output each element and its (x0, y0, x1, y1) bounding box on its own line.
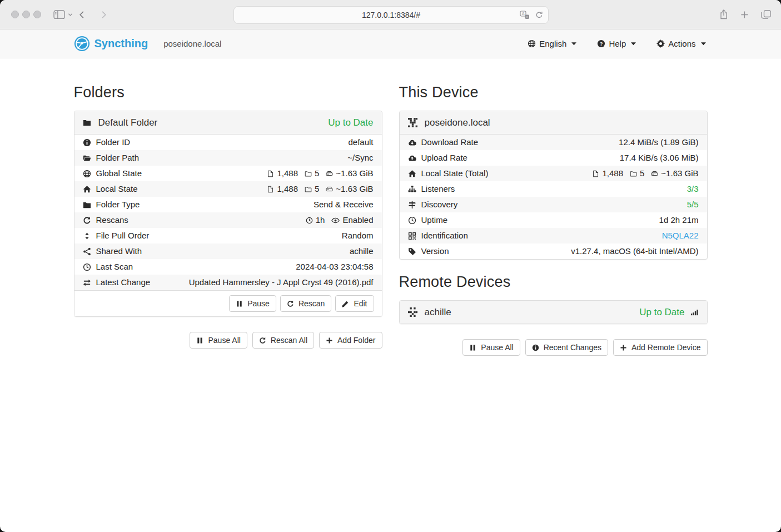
app-navbar: Syncthing poseidone.local English ? Help… (0, 29, 781, 58)
remote-device-name: achille (425, 307, 451, 318)
table-row: Global State 1,488 5 ~1.63 GiB (74, 166, 382, 181)
globe-icon (83, 170, 91, 178)
table-row: Local State (Total) 1,488 5 ~1.63 GiB (400, 166, 707, 181)
eye-icon (331, 216, 340, 225)
plus-icon (620, 344, 627, 351)
caret-down-icon (570, 39, 578, 48)
forward-button[interactable] (100, 11, 108, 19)
tag-icon (408, 247, 416, 256)
this-device-name: poseidone.local (425, 117, 490, 128)
share-icon[interactable] (719, 9, 728, 19)
devices-column: This Device poseidone.local Download Rat… (399, 84, 708, 356)
menu-language[interactable]: English (528, 39, 578, 48)
qr-code-icon (408, 232, 416, 240)
this-device-panel-header[interactable]: poseidone.local (400, 111, 707, 135)
rescan-all-button[interactable]: Rescan All (252, 332, 314, 349)
this-device-table: Download Rate 12.4 MiB/s (1.89 GiB) Uplo… (400, 135, 707, 259)
add-folder-button[interactable]: Add Folder (319, 332, 382, 349)
sort-icon (83, 232, 91, 240)
info-circle-icon (83, 138, 91, 147)
folder-open-icon (83, 154, 91, 162)
folders-column: Folders Default Folder Up to Date Folder… (74, 84, 382, 356)
tab-overview-icon[interactable] (761, 10, 771, 19)
globe-icon (528, 39, 536, 48)
table-row: Last Scan 2024-04-03 23:04:58 (74, 259, 382, 275)
folder-outline-icon (305, 170, 312, 177)
clock-icon (83, 263, 91, 271)
new-tab-icon[interactable] (740, 11, 749, 19)
table-row: Download Rate 12.4 MiB/s (1.89 GiB) (400, 135, 707, 150)
remote-device-panel-header[interactable]: achille Up to Date (400, 301, 707, 324)
pause-button[interactable]: Pause (229, 295, 276, 312)
refresh-icon (259, 337, 266, 344)
reload-icon[interactable] (535, 11, 543, 19)
folder-details-table: Folder ID default Folder Path ~/Sync Glo… (74, 135, 382, 290)
remote-actions-row: Pause All Recent Changes Add Remote Devi… (399, 339, 708, 356)
hdd-icon (326, 186, 333, 193)
folders-heading: Folders (74, 84, 382, 101)
close-window-button[interactable] (11, 11, 19, 18)
share-alt-icon (83, 247, 91, 256)
translate-icon[interactable]: Ax (520, 11, 530, 19)
table-row: Latest Change Updated Hammersley - J App… (74, 275, 382, 290)
menu-actions[interactable]: Actions (656, 39, 707, 48)
table-row: Version v1.27.4, macOS (64-bit Intel/AMD… (400, 243, 707, 259)
traffic-lights (11, 11, 41, 18)
signal-bars-icon (690, 308, 699, 316)
this-device-panel: poseidone.local Download Rate 12.4 MiB/s… (399, 111, 708, 260)
remote-device-panel: achille Up to Date (399, 300, 708, 324)
svg-text:x: x (526, 15, 528, 18)
question-circle-icon: ? (597, 39, 605, 48)
syncthing-brand[interactable]: Syncthing (74, 36, 148, 52)
folder-name: Default Folder (98, 117, 158, 128)
pause-all-devices-button[interactable]: Pause All (462, 339, 520, 356)
hdd-icon (651, 170, 658, 177)
svg-text:?: ? (600, 41, 603, 47)
file-icon (267, 186, 274, 193)
edit-button[interactable]: Edit (335, 295, 374, 312)
table-row: Local State 1,488 5 ~1.63 GiB (74, 181, 382, 197)
menu-help[interactable]: ? Help (597, 39, 638, 48)
table-row: Folder ID default (74, 135, 382, 150)
home-icon (83, 185, 91, 193)
cloud-download-icon (408, 138, 416, 147)
refresh-icon (287, 300, 294, 307)
pencil-icon (342, 300, 349, 307)
chevron-down-icon[interactable] (67, 12, 73, 18)
address-bar[interactable]: 127.0.0.1:8384/# Ax (233, 6, 549, 24)
minimize-window-button[interactable] (22, 11, 30, 18)
file-icon (592, 170, 599, 177)
pause-icon (469, 344, 476, 351)
device-id-link[interactable]: N5QLA22 (662, 230, 699, 241)
table-row: Upload Rate 17.4 KiB/s (3.06 MiB) (400, 150, 707, 166)
caret-down-icon (699, 39, 708, 48)
clock-icon (306, 217, 313, 224)
sidebar-toggle-icon[interactable] (53, 10, 65, 19)
folder-panel-header[interactable]: Default Folder Up to Date (74, 111, 382, 135)
hdd-icon (326, 170, 333, 177)
folder-panel-footer: Pause Rescan Edit (74, 290, 382, 316)
folder-icon (83, 118, 91, 127)
pause-all-folders-button[interactable]: Pause All (190, 332, 247, 349)
add-remote-device-button[interactable]: Add Remote Device (613, 339, 708, 356)
device-identicon (408, 118, 417, 127)
this-device-heading: This Device (399, 84, 708, 101)
signpost-icon (408, 201, 416, 209)
device-identicon (408, 307, 417, 317)
table-row: File Pull Order Random (74, 228, 382, 243)
pause-icon (236, 300, 243, 307)
listeners-value: 3/3 (687, 183, 699, 195)
table-row: Identification N5QLA22 (400, 228, 707, 243)
recent-changes-button[interactable]: Recent Changes (525, 339, 608, 356)
rescan-button[interactable]: Rescan (280, 295, 331, 312)
table-row: Rescans 1h Enabled (74, 212, 382, 228)
folder-panel: Default Folder Up to Date Folder ID defa… (74, 111, 382, 317)
zoom-window-button[interactable] (33, 11, 41, 18)
plus-icon (326, 337, 333, 344)
back-button[interactable] (78, 11, 86, 19)
hostname-label: poseidone.local (163, 39, 221, 48)
file-icon (267, 170, 274, 177)
table-row: Folder Type Send & Receive (74, 197, 382, 212)
table-row: Shared With achille (74, 243, 382, 259)
table-row: Folder Path ~/Sync (74, 150, 382, 166)
